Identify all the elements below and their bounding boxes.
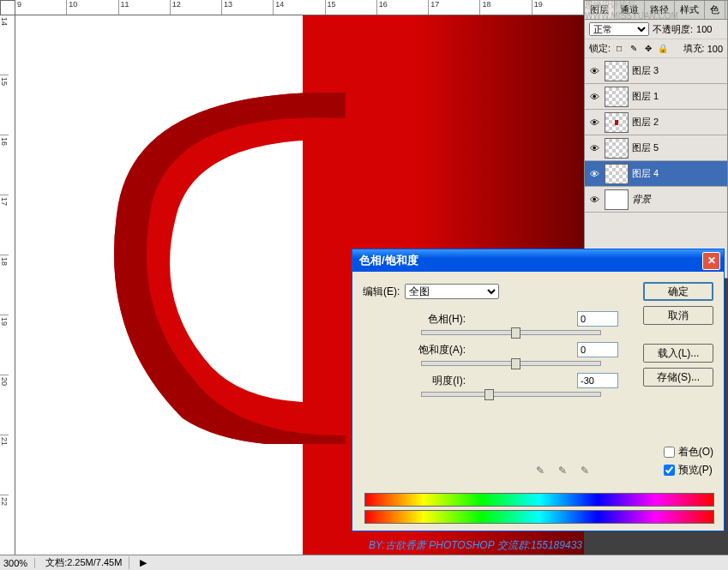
layers-panel: 思缘设计论坛 WWW.MISSYUAN.COM 图层 通道 路径 样式 色 正常… xyxy=(584,0,728,279)
ruler-corner xyxy=(0,0,15,15)
watermark: 思缘设计论坛 WWW.MISSYUAN.COM xyxy=(585,0,723,21)
visibility-icon[interactable]: 👁 xyxy=(587,193,601,207)
layer-name: 图层 4 xyxy=(632,167,659,180)
preview-checkbox[interactable] xyxy=(664,465,675,476)
layer-item[interactable]: 👁图层 2 xyxy=(585,110,727,135)
ok-button[interactable]: 确定 xyxy=(643,282,713,301)
fill-label: 填充: xyxy=(683,42,705,55)
lightness-label: 明度(I): xyxy=(404,374,472,388)
visibility-icon[interactable]: 👁 xyxy=(587,64,601,78)
eyedropper-icon[interactable]: ✎ xyxy=(532,463,548,478)
document-size: 文档:2.25M/7.45M xyxy=(45,556,129,569)
status-arrow-icon[interactable]: ▶ xyxy=(140,557,147,568)
layer-name: 图层 2 xyxy=(632,116,659,129)
signature-text: BY:古欲香萧 PHOTOSHOP 交流群:155189433 xyxy=(369,538,582,553)
layer-thumbnail xyxy=(605,138,629,159)
ruler-horizontal: 9 10 11 12 13 14 15 16 17 18 19 xyxy=(15,0,584,15)
eyedropper-add-icon[interactable]: ✎ xyxy=(555,463,570,478)
ruler-vertical: 14 15 16 17 18 19 20 21 22 xyxy=(0,15,15,555)
hue-slider[interactable] xyxy=(421,330,601,335)
lock-transparency-icon[interactable]: □ xyxy=(613,43,625,55)
layer-item[interactable]: 👁背景 xyxy=(585,187,727,213)
visibility-icon[interactable]: 👁 xyxy=(587,167,601,181)
visibility-icon[interactable]: 👁 xyxy=(587,141,601,155)
lightness-slider[interactable] xyxy=(421,392,601,397)
dialog-title: 色相/饱和度 xyxy=(359,253,418,268)
opacity-label: 不透明度: xyxy=(653,23,693,36)
layer-thumbnail xyxy=(605,164,629,184)
close-button[interactable]: ✕ xyxy=(702,252,720,270)
layer-thumbnail xyxy=(605,87,629,107)
saturation-input[interactable] xyxy=(577,342,618,357)
spectrum-bar-bottom xyxy=(364,510,714,524)
hue-input[interactable] xyxy=(577,311,618,327)
lightness-input[interactable] xyxy=(577,373,618,388)
colorize-label: 着色(O) xyxy=(678,445,713,459)
lock-image-icon[interactable]: ✎ xyxy=(628,43,640,55)
eyedropper-subtract-icon[interactable]: ✎ xyxy=(577,463,593,478)
cup-handle-artwork xyxy=(105,93,346,444)
layer-item[interactable]: 👁图层 1 xyxy=(585,84,727,110)
zoom-level[interactable]: 300% xyxy=(3,558,35,568)
blend-mode-select[interactable]: 正常 xyxy=(589,22,649,36)
save-button[interactable]: 存储(S)... xyxy=(643,368,713,387)
opacity-value[interactable]: 100 xyxy=(696,24,712,34)
layer-name: 图层 5 xyxy=(632,141,659,154)
layer-name: 背景 xyxy=(632,193,651,206)
colorize-checkbox[interactable] xyxy=(664,447,675,458)
saturation-label: 饱和度(A): xyxy=(404,343,472,357)
fill-value[interactable]: 100 xyxy=(707,44,723,54)
lock-all-icon[interactable]: 🔒 xyxy=(657,43,669,55)
cancel-button[interactable]: 取消 xyxy=(643,306,713,325)
edit-select[interactable]: 全图 xyxy=(405,284,499,299)
layer-thumbnail xyxy=(605,112,629,133)
preview-label: 预览(P) xyxy=(678,463,713,477)
saturation-slider[interactable] xyxy=(421,361,601,366)
layer-item[interactable]: 👁图层 5 xyxy=(585,135,727,161)
status-bar: 300% 文档:2.25M/7.45M ▶ xyxy=(0,555,728,570)
layer-name: 图层 1 xyxy=(632,90,659,103)
lock-label: 锁定: xyxy=(589,42,611,55)
visibility-icon[interactable]: 👁 xyxy=(587,116,601,129)
layer-thumbnail xyxy=(605,61,629,81)
layer-name: 图层 3 xyxy=(632,64,659,77)
layer-thumbnail xyxy=(605,189,629,210)
hue-saturation-dialog: 色相/饱和度 ✕ 编辑(E): 全图 色相(H): 饱和度(A): 明度(I): xyxy=(352,249,725,531)
spectrum-bar-top xyxy=(364,493,714,507)
hue-label: 色相(H): xyxy=(404,312,472,327)
layer-item[interactable]: 👁图层 4 xyxy=(585,161,727,187)
load-button[interactable]: 载入(L)... xyxy=(643,344,713,363)
layer-list: 👁图层 3👁图层 1👁图层 2👁图层 5👁图层 4👁背景 xyxy=(585,58,727,213)
layer-item[interactable]: 👁图层 3 xyxy=(585,58,727,84)
lock-position-icon[interactable]: ✥ xyxy=(642,43,654,55)
visibility-icon[interactable]: 👁 xyxy=(587,90,601,104)
dialog-titlebar[interactable]: 色相/饱和度 ✕ xyxy=(352,249,724,272)
edit-label: 编辑(E): xyxy=(363,285,400,299)
